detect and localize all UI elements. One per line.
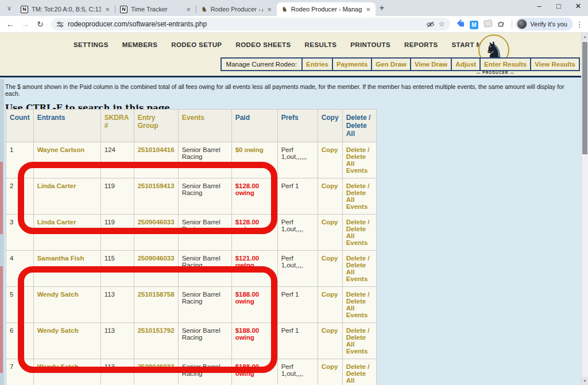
manage-label: Manage Current Rodeo: [222, 59, 301, 70]
cell-prefs: Perf 1 [277, 323, 318, 359]
entrant-name-link[interactable]: Wendy Satch [37, 291, 79, 298]
copy-link[interactable]: Copy [322, 291, 338, 298]
entry-group-link[interactable]: 2510151792 [138, 327, 175, 334]
scrollbar-up-arrow[interactable]: ▲ [582, 33, 588, 41]
copy-link[interactable]: Copy [322, 146, 338, 153]
cell-count: 1 [6, 142, 34, 178]
cell-copy: Copy [318, 215, 342, 251]
cell-paid: $121.00 owing [231, 251, 277, 287]
nav-item-members[interactable]: MEMBERS [122, 41, 158, 48]
scrollbar-thumb[interactable] [582, 42, 587, 154]
browser-tab[interactable]: NTM: Tot:20 A:0, B:5, C:13, D:1, E× [16, 2, 115, 16]
cell-paid: $188.00 owing [231, 359, 277, 385]
manage-button-entries[interactable]: Entries [301, 59, 332, 70]
cell-entrant: Samantha Fish [33, 251, 100, 287]
manage-button-adjust[interactable]: Adjust [451, 59, 479, 70]
forward-button[interactable]: → [18, 20, 32, 29]
nav-item-reports[interactable]: REPORTS [404, 41, 438, 48]
delete-link[interactable]: Delete / Delete All Events [346, 146, 370, 174]
tab-close-icon[interactable]: × [266, 6, 272, 13]
delete-link[interactable]: Delete / Delete All Events [346, 291, 370, 318]
nav-item-printouts[interactable]: PRINTOUTS [350, 41, 390, 48]
notes-extension-icon[interactable] [482, 19, 494, 29]
tab-close-icon[interactable]: × [185, 6, 191, 13]
tab-close-icon[interactable]: × [105, 6, 110, 13]
webpage: SETTINGSMEMBERSRODEO SETUPRODEO SHEETSRE… [0, 33, 581, 385]
delete-link[interactable]: Delete / Delete All Events [346, 363, 370, 385]
tag-extension-icon[interactable] [454, 19, 467, 30]
table-row: 2Linda Carter1192510159413Senior Barrel … [6, 178, 377, 215]
eye-off-icon[interactable] [426, 21, 435, 28]
entrant-name-link[interactable]: Linda Carter [37, 219, 76, 225]
nav-item-results[interactable]: RESULTS [305, 41, 337, 48]
site-settings-icon[interactable] [56, 21, 64, 28]
manage-button-gen-draw[interactable]: Gen Draw [371, 59, 410, 70]
browser-menu-icon[interactable]: ⋮ [574, 20, 585, 29]
column-header: Entry Group [134, 110, 178, 142]
cell-paid: $188.00 owing [231, 323, 277, 359]
delete-link[interactable]: Delete / Delete All Events [346, 255, 370, 282]
nav-item-rodeo-setup[interactable]: RODEO SETUP [171, 41, 222, 48]
cell-entry-group: 2510151792 [134, 323, 178, 359]
cell-skdra: 113 [100, 287, 134, 323]
browser-tab[interactable]: ♞Rodeo Producer - Manage Rod× [277, 2, 376, 16]
cell-skdra: 113 [100, 359, 134, 385]
cell-event: Senior Barrel Racing [178, 359, 231, 385]
manage-button-view-draw[interactable]: View Draw [410, 59, 451, 70]
cell-entrant: Linda Carter [33, 178, 100, 215]
chevron-down-icon[interactable]: ∨ [3, 2, 15, 14]
browser-tab[interactable]: NTime Tracker× [115, 2, 196, 16]
notion-favicon-icon: N [21, 6, 28, 13]
avatar [517, 19, 527, 29]
manage-button-view-results[interactable]: View Results [530, 59, 579, 70]
nav-item-settings[interactable]: SETTINGS [74, 41, 109, 48]
cell-prefs: Perf 1 [277, 178, 318, 215]
scrollbar-down-arrow[interactable]: ▼ [582, 377, 588, 385]
delete-link[interactable]: Delete / Delete All Events [346, 327, 370, 355]
copy-link[interactable]: Copy [322, 182, 338, 189]
copy-link[interactable]: Copy [322, 327, 338, 334]
entrant-name-link[interactable]: Wendy Satch [37, 363, 79, 370]
copy-link[interactable]: Copy [322, 363, 338, 370]
m-extension-icon[interactable]: M [468, 19, 481, 29]
entrant-name-link[interactable]: Wayne Carlson [37, 146, 85, 153]
browser-tab[interactable]: ♞Rodeo Producer - Advanced - E× [196, 2, 277, 16]
new-tab-button[interactable]: + [376, 1, 388, 15]
rodeo-favicon-icon: ♞ [281, 6, 288, 13]
url-text[interactable]: rodeoproducer.com/software/set-entrants.… [68, 20, 422, 28]
entry-group-link[interactable]: 2510158758 [138, 291, 175, 298]
profile-chip[interactable]: Verify it's you [516, 18, 573, 30]
delete-link[interactable]: Delete / Delete All Events [346, 219, 370, 246]
address-bar[interactable]: rodeoproducer.com/software/set-entrants.… [51, 18, 450, 30]
entry-group-link[interactable]: 2509046033 [138, 255, 175, 262]
entrant-name-link[interactable]: Linda Carter [37, 182, 76, 189]
copy-link[interactable]: Copy [322, 219, 338, 225]
bookmark-star-icon[interactable]: ☆ [439, 21, 445, 28]
table-row: 7Wendy Satch1132509046033Senior Barrel R… [6, 359, 377, 385]
manage-button-payments[interactable]: Payments [332, 59, 371, 70]
entry-group-link[interactable]: 2510159413 [138, 182, 175, 189]
paid-amount: $121.00 owing [235, 255, 260, 269]
extensions-puzzle-icon[interactable] [496, 19, 508, 30]
cell-count: 7 [6, 359, 34, 385]
reload-button[interactable]: ↻ [33, 20, 47, 29]
entrant-name-link[interactable]: Samantha Fish [37, 255, 84, 262]
page-scrollbar[interactable]: ▲ ▼ [581, 33, 588, 385]
tab-close-icon[interactable]: × [365, 6, 371, 13]
entry-group-link[interactable]: 2509046033 [138, 219, 175, 225]
minimize-button[interactable]: – [529, 0, 549, 14]
column-header: Copy [318, 110, 342, 142]
site-nav: SETTINGSMEMBERSRODEO SETUPRODEO SHEETSRE… [74, 41, 497, 48]
nav-item-rodeo-sheets[interactable]: RODEO SHEETS [235, 41, 291, 48]
maximize-button[interactable]: □ [549, 0, 568, 14]
entry-group-link[interactable]: 2510104416 [138, 146, 175, 153]
copy-link[interactable]: Copy [322, 255, 338, 262]
paid-amount: $188.00 owing [235, 327, 260, 341]
manage-button-enter-results[interactable]: Enter Results [479, 59, 530, 70]
delete-link[interactable]: Delete / Delete All Events [346, 182, 370, 210]
entry-group-link[interactable]: 2509046033 [138, 363, 175, 370]
close-window-button[interactable]: ✕ [568, 0, 588, 14]
entrant-name-link[interactable]: Wendy Satch [37, 327, 79, 334]
cell-paid: $128.00 owing [231, 178, 277, 215]
back-button[interactable]: ← [3, 20, 17, 29]
